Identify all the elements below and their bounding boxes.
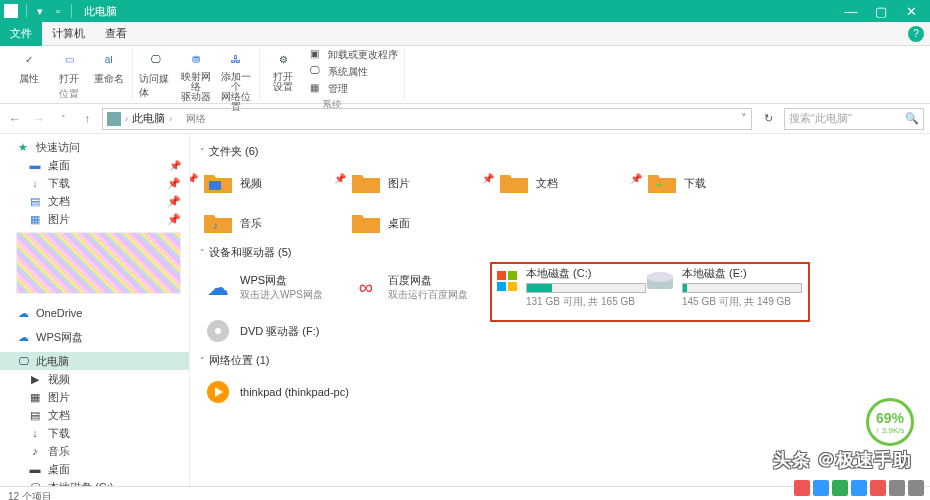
breadcrumb[interactable]: › 此电脑 › ˅ [102,108,752,130]
back-button[interactable]: ← [6,112,24,126]
pin-icon: 📌 [167,177,181,190]
tab-view[interactable]: 查看 [95,22,137,46]
section-network-header[interactable]: ˅网络位置 (1) [200,353,920,368]
dvd-drive[interactable]: DVD 驱动器 (F:) [200,313,920,349]
picture-icon: ▦ [28,212,42,226]
tray-icon[interactable] [832,480,848,496]
sidebar-item-desktop[interactable]: ▬桌面 [0,460,189,478]
breadcrumb-item[interactable]: 此电脑 [132,111,165,126]
folder-music[interactable]: ♪音乐 [200,205,348,241]
pin-icon: 📌 [169,160,181,171]
tray-icon[interactable] [870,480,886,496]
folder-download-icon [646,167,678,199]
pin-icon: 📌 [167,213,181,226]
search-icon: 🔍 [905,112,919,125]
baidu-drive[interactable]: ∞百度网盘双击运行百度网盘 [348,266,496,309]
open-button[interactable]: ▭打开 [52,48,86,86]
pin-icon: 📌 [630,173,642,184]
manage-icon: ▦ [310,82,324,96]
sidebar-item-desktop[interactable]: ▬桌面📌 [0,156,189,174]
sidebar-item-onedrive[interactable]: ☁OneDrive [0,304,189,322]
tray-icon[interactable] [889,480,905,496]
chevron-down-icon: ˅ [200,248,205,258]
open-settings-button[interactable]: ⚙打开 设置 [266,48,300,92]
pin-icon: 📌 [190,173,198,184]
sidebar-item-this-pc[interactable]: 🖵此电脑 [0,352,189,370]
document-icon: ▤ [28,194,42,208]
add-location-button[interactable]: 🖧添加一个 网络位置 [219,48,253,112]
sidebar-item-music[interactable]: ♪音乐 [0,442,189,460]
section-folders-header[interactable]: ˅文件夹 (6) [200,144,920,159]
picture-icon: ▦ [28,390,42,404]
access-media-button[interactable]: 🖵访问媒体 [139,48,173,112]
sidebar-item-quick-access[interactable]: ★快速访问 [0,138,189,156]
cloud-icon: ☁ [16,306,30,320]
search-input[interactable]: 搜索"此电脑" 🔍 [784,108,924,130]
properties-button[interactable]: ✓属性 [12,48,46,86]
uninstall-button[interactable]: ▣卸载或更改程序 [310,48,398,62]
tray-icon[interactable] [813,480,829,496]
ribbon-group-location: ✓属性 ▭打开 aⅠ重命名 位置 [6,48,133,101]
rename-button[interactable]: aⅠ重命名 [92,48,126,86]
media-icon: 🖵 [145,48,167,70]
map-drive-button[interactable]: ⛃映射网络 驱动器 [179,48,213,112]
wps-drive[interactable]: ☁WPS网盘双击进入WPS网盘 [200,266,348,309]
tray-icon[interactable] [908,480,924,496]
help-button[interactable]: ? [908,26,924,42]
quick-access-icon[interactable]: ▾ [33,4,47,18]
pin-icon: 📌 [334,173,346,184]
chevron-right-icon[interactable]: › [125,114,128,124]
status-bar: 12 个项目 [0,486,930,500]
up-button[interactable]: ↑ [78,112,96,126]
folder-desktop[interactable]: 桌面 [348,205,496,241]
folder-downloads[interactable]: 📌下载 [644,165,792,201]
manage-button[interactable]: ▦管理 [310,82,398,96]
minimize-button[interactable]: — [836,4,866,19]
tray-icon[interactable] [851,480,867,496]
sidebar-item-drive-c[interactable]: ⛁本地磁盘 (C:) [0,478,189,486]
sidebar-item-pictures[interactable]: ▦图片 [0,388,189,406]
dvd-icon [202,315,234,347]
chevron-down-icon[interactable]: ˅ [741,112,747,125]
forward-button[interactable]: → [30,112,48,126]
tab-computer[interactable]: 计算机 [42,22,95,46]
chevron-right-icon[interactable]: › [169,114,172,124]
sidebar-item-downloads[interactable]: ↓下载 [0,424,189,442]
close-button[interactable]: ✕ [896,4,926,19]
svg-rect-0 [209,181,221,190]
sidebar-item-documents[interactable]: ▤文档📌 [0,192,189,210]
qat-icon[interactable]: ▫ [51,4,65,18]
sidebar-item-pictures[interactable]: ▦图片📌 [0,210,189,228]
open-icon: ▭ [58,48,80,70]
wps-icon: ☁ [202,272,234,304]
pc-icon [107,112,121,126]
section-devices-header[interactable]: ˅设备和驱动器 (5) [200,245,920,260]
tray-icons [794,480,924,496]
folder-videos[interactable]: 📌视频 [200,165,348,201]
map-drive-icon: ⛃ [185,48,207,70]
wmp-icon [202,376,234,408]
sidebar-preview [16,232,181,294]
baidu-icon: ∞ [350,272,382,304]
folder-doc-icon [498,167,530,199]
recent-button[interactable]: ˅ [54,114,72,124]
tab-file[interactable]: 文件 [0,22,42,46]
folder-documents[interactable]: 📌文档 [496,165,644,201]
refresh-button[interactable]: ↻ [758,112,778,125]
sysprops-button[interactable]: 🖵系统属性 [310,65,398,79]
speed-widget[interactable]: 69% ↑ 3.9K/s [866,398,914,446]
folder-pic-icon [350,167,382,199]
window-title: 此电脑 [84,4,117,19]
tray-icon[interactable] [794,480,810,496]
sidebar-item-documents[interactable]: ▤文档 [0,406,189,424]
sidebar-item-videos[interactable]: ▶视频 [0,370,189,388]
sidebar-item-wps[interactable]: ☁WPS网盘 [0,328,189,346]
folder-pictures[interactable]: 📌图片 [348,165,496,201]
network-location-item[interactable]: thinkpad (thinkpad-pc) [200,374,420,410]
maximize-button[interactable]: ▢ [866,4,896,19]
star-icon: ★ [16,140,30,154]
sidebar: ★快速访问 ▬桌面📌 ↓下载📌 ▤文档📌 ▦图片📌 ☁OneDrive ☁WPS… [0,134,190,486]
folder-desktop-icon [350,207,382,239]
sidebar-item-downloads[interactable]: ↓下载📌 [0,174,189,192]
rename-icon: aⅠ [98,48,120,70]
